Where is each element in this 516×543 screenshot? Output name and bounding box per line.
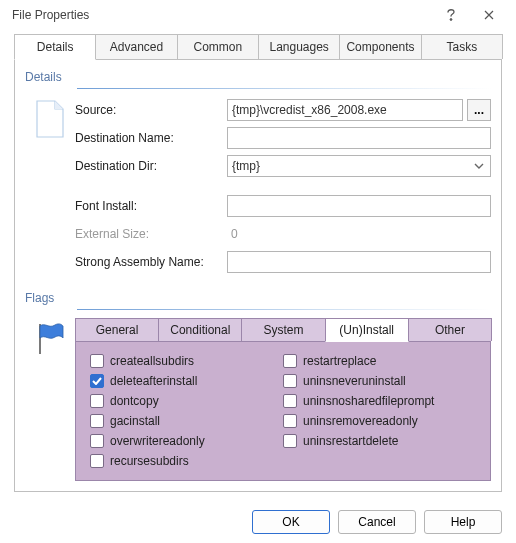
- subtab-general[interactable]: General: [75, 318, 159, 341]
- source-label: Source:: [75, 103, 227, 117]
- externalsize-value: 0: [227, 227, 491, 241]
- subtab-other[interactable]: Other: [408, 318, 492, 341]
- main-tabbar: Details Advanced Common Languages Compon…: [14, 34, 502, 60]
- subtab-uninstall[interactable]: (Un)Install: [325, 318, 409, 342]
- destname-label: Destination Name:: [75, 131, 227, 145]
- chevron-down-icon: [472, 163, 486, 169]
- help-button[interactable]: Help: [424, 510, 502, 534]
- subtab-system[interactable]: System: [241, 318, 325, 341]
- fontinstall-label: Font Install:: [75, 199, 227, 213]
- flags-panel: createallsubdirs deleteafterinstall dont…: [75, 342, 491, 481]
- flag-uninsremovereadonly[interactable]: uninsremovereadonly: [283, 414, 476, 428]
- flag-overwritereadonly[interactable]: overwritereadonly: [90, 434, 283, 448]
- flag-dontcopy[interactable]: dontcopy: [90, 394, 283, 408]
- flag-label: uninsnosharedfileprompt: [303, 394, 434, 408]
- source-input[interactable]: [227, 99, 463, 121]
- details-fields: Source: ... Destination Name: Destin: [75, 97, 491, 277]
- flag-createallsubdirs[interactable]: createallsubdirs: [90, 354, 283, 368]
- flag-label: deleteafterinstall: [110, 374, 197, 388]
- flag-restartreplace[interactable]: restartreplace: [283, 354, 476, 368]
- window-title: File Properties: [12, 8, 432, 22]
- help-titlebar-button[interactable]: [432, 0, 470, 30]
- externalsize-label: External Size:: [75, 227, 227, 241]
- flag-label: uninsrestartdelete: [303, 434, 398, 448]
- flag-label: uninsremovereadonly: [303, 414, 418, 428]
- flag-label: recursesubdirs: [110, 454, 189, 468]
- flags-subtabbar: General Conditional System (Un)Install O…: [75, 318, 491, 342]
- flag-gacinstall[interactable]: gacinstall: [90, 414, 283, 428]
- flag-label: gacinstall: [110, 414, 160, 428]
- details-panel: Details Source: ...: [14, 60, 502, 492]
- source-browse-button[interactable]: ...: [467, 99, 491, 121]
- dialog-buttons: OK Cancel Help: [0, 500, 516, 543]
- strongasm-input[interactable]: [227, 251, 491, 273]
- flag-uninsnosharedfileprompt[interactable]: uninsnosharedfileprompt: [283, 394, 476, 408]
- divider: [77, 309, 491, 310]
- strongasm-label: Strong Assembly Name:: [75, 255, 227, 269]
- flags-group-title: Flags: [25, 291, 491, 305]
- svg-point-0: [450, 19, 452, 21]
- close-button[interactable]: [470, 0, 508, 30]
- destname-input[interactable]: [227, 127, 491, 149]
- ok-button[interactable]: OK: [252, 510, 330, 534]
- destdir-value: {tmp}: [232, 159, 472, 173]
- tab-components[interactable]: Components: [339, 34, 421, 59]
- fontinstall-input[interactable]: [227, 195, 491, 217]
- flag-uninsrestartdelete[interactable]: uninsrestartdelete: [283, 434, 476, 448]
- cancel-button[interactable]: Cancel: [338, 510, 416, 534]
- flag-deleteafterinstall[interactable]: deleteafterinstall: [90, 374, 283, 388]
- flag-label: dontcopy: [110, 394, 159, 408]
- flag-label: createallsubdirs: [110, 354, 194, 368]
- flag-label: restartreplace: [303, 354, 376, 368]
- flags-main: General Conditional System (Un)Install O…: [75, 318, 491, 481]
- flag-recursesubdirs[interactable]: recursesubdirs: [90, 454, 283, 468]
- dialog-window: File Properties Details Advanced Common …: [0, 0, 516, 543]
- tab-tasks[interactable]: Tasks: [421, 34, 503, 59]
- tab-advanced[interactable]: Advanced: [95, 34, 177, 59]
- file-icon: [25, 97, 75, 277]
- tab-languages[interactable]: Languages: [258, 34, 340, 59]
- dialog-content: Details Advanced Common Languages Compon…: [0, 30, 516, 500]
- details-section: Source: ... Destination Name: Destin: [25, 97, 491, 283]
- flag-uninsneveruninstall[interactable]: uninsneveruninstall: [283, 374, 476, 388]
- flag-label: uninsneveruninstall: [303, 374, 406, 388]
- flags-section: General Conditional System (Un)Install O…: [25, 318, 491, 481]
- divider: [77, 88, 491, 89]
- flag-icon: [25, 318, 75, 481]
- details-group-title: Details: [25, 70, 491, 84]
- tab-details[interactable]: Details: [14, 34, 96, 60]
- destdir-select[interactable]: {tmp}: [227, 155, 491, 177]
- tab-common[interactable]: Common: [177, 34, 259, 59]
- flag-label: overwritereadonly: [110, 434, 205, 448]
- destdir-label: Destination Dir:: [75, 159, 227, 173]
- titlebar: File Properties: [0, 0, 516, 30]
- subtab-conditional[interactable]: Conditional: [158, 318, 242, 341]
